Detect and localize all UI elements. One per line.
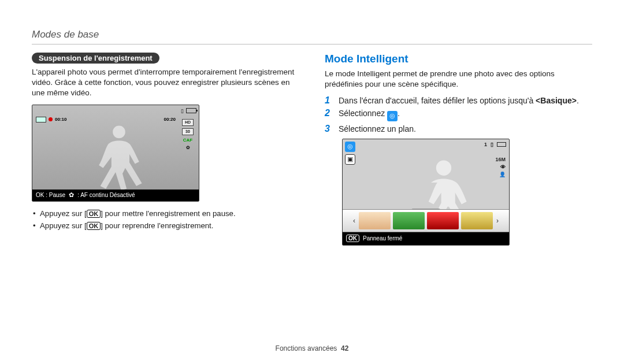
- lcd2-bottom-bar: OK Panneau fermé: [343, 232, 509, 245]
- step-number: 2: [325, 108, 333, 118]
- scene-thumb: [427, 212, 459, 229]
- battery-icon: [186, 108, 196, 113]
- step-1: 1 Dans l'écran d'accueil, faites défiler…: [325, 95, 592, 106]
- ok-button-icon: OK: [87, 222, 101, 230]
- elapsed-time: 00:10: [55, 117, 66, 122]
- intelligent-mode-icon: ◎: [387, 111, 398, 121]
- camera-lcd-screenshot-scene-select: ◎ ▣ 1 ▯ 16M 👁 👤 Beauté ‹: [342, 139, 510, 246]
- basique-target: <Basique>: [536, 96, 577, 105]
- camera-mode-icon: ◎: [345, 142, 355, 152]
- child-silhouette: [412, 157, 476, 209]
- step-number: 1: [325, 95, 333, 106]
- panel-closed-label: Panneau fermé: [363, 235, 402, 242]
- instruction-bullets: Appuyez sur [OK] pour mettre l'enregistr…: [32, 207, 299, 232]
- lcd-bottom-bar: OK : Pause ✿ : AF continu Désactivé: [32, 190, 199, 201]
- page-footer: Fonctions avancées 42: [32, 340, 592, 352]
- lcd2-right-indicators: 16M 👁 👤: [495, 157, 506, 177]
- section-header: Modes de base: [32, 29, 592, 40]
- left-column: Suspension de l'enregistrement L'apparei…: [32, 53, 299, 340]
- shots-remaining: 1: [484, 142, 487, 147]
- step-3: 3 Sélectionnez un plan.: [325, 124, 592, 134]
- fps-indicator: 30: [182, 128, 194, 135]
- mode-intelligent-heading: Mode Intelligent: [325, 53, 592, 65]
- dancer-silhouette: [84, 120, 154, 190]
- page-number: 42: [341, 344, 348, 352]
- eye-icon: 👁: [500, 164, 506, 170]
- ok-pause-label: OK : Pause: [36, 192, 65, 198]
- resolution-indicator: 16M: [495, 157, 506, 162]
- step-3-text: Sélectionnez un plan.: [339, 124, 416, 133]
- metering-icon: ▣: [345, 154, 355, 165]
- header-rule: [32, 44, 592, 44]
- scene-thumb: [461, 212, 493, 229]
- lcd2-top-right: 1 ▯: [484, 142, 506, 147]
- ok-button-icon: OK: [87, 210, 101, 218]
- sd-card-icon: ▯: [491, 142, 493, 147]
- numbered-steps: 1 Dans l'écran d'accueil, faites défiler…: [325, 95, 592, 134]
- subsection-pill: Suspension de l'enregistrement: [32, 53, 159, 64]
- flower-icon: ✿: [186, 145, 190, 150]
- manual-page: Modes de base Suspension de l'enregistre…: [0, 0, 624, 364]
- left-intro-paragraph: L'appareil photo vous permet d'interromp…: [32, 67, 299, 99]
- lcd-right-indicators: HD 30 CAF ✿: [180, 119, 195, 150]
- scene-thumbnail-strip: ‹ ›: [343, 209, 509, 232]
- sd-card-icon: ▯: [181, 108, 184, 114]
- footer-label: Fonctions avancées: [276, 344, 337, 352]
- hd-indicator: HD: [182, 119, 194, 126]
- ok-button-icon: OK: [346, 235, 359, 242]
- right-intro-paragraph: Le mode Intelligent permet de prendre un…: [325, 69, 592, 90]
- chevron-left-icon: ‹: [352, 217, 356, 225]
- scene-thumb: [359, 212, 391, 229]
- bullet-pause: Appuyez sur [OK] pour mettre l'enregistr…: [32, 207, 299, 220]
- scene-thumb: [393, 212, 425, 229]
- camera-lcd-screenshot-recording: 00:10 00:20 ▯ HD 30 CAF ✿: [32, 105, 199, 202]
- chevron-right-icon: ›: [495, 217, 500, 225]
- record-icon: [49, 117, 53, 121]
- face-icon: 👤: [499, 172, 506, 177]
- lcd2-left-indicators: ◎ ▣: [345, 142, 355, 165]
- af-continu-label: : AF continu Désactivé: [77, 192, 135, 198]
- bullet-resume: Appuyez sur [OK] pour reprendre l'enregi…: [32, 220, 299, 232]
- af-flower-icon: ✿: [69, 191, 74, 199]
- step-number: 3: [325, 124, 333, 134]
- two-column-layout: Suspension de l'enregistrement L'apparei…: [32, 53, 592, 340]
- right-column: Mode Intelligent Le mode Intelligent per…: [325, 53, 592, 340]
- lcd-top-bar: ▯: [32, 105, 199, 117]
- remaining-time: 00:20: [164, 117, 176, 122]
- caf-indicator: CAF: [183, 138, 192, 143]
- step-2: 2 Sélectionnez ◎.: [325, 108, 592, 121]
